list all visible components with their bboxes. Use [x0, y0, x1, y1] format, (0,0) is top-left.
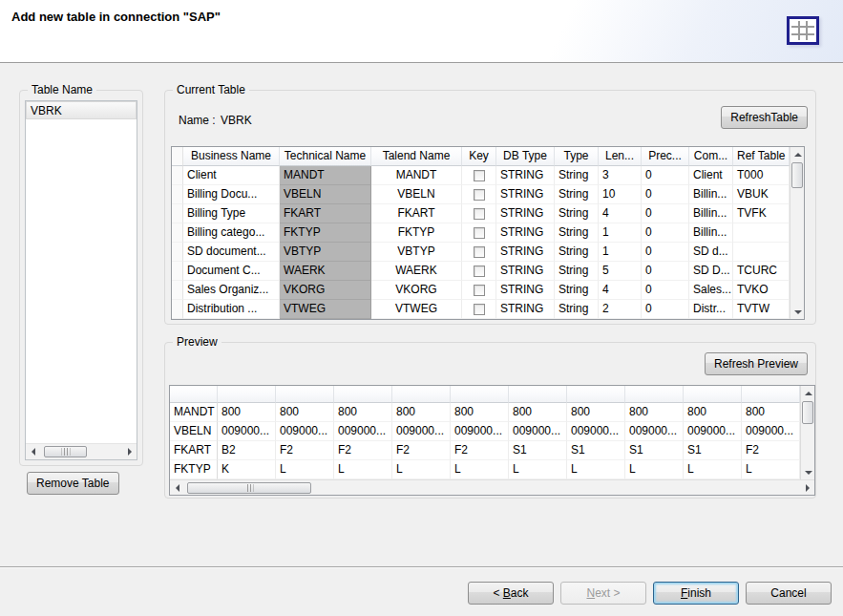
- row-selector[interactable]: [172, 204, 183, 223]
- scroll-right-button[interactable]: [122, 444, 137, 458]
- column-header[interactable]: Prec...: [642, 147, 689, 166]
- table-row[interactable]: Document C...WAERKWAERKSTRINGString50SD …: [172, 262, 790, 281]
- preview-column-header: [276, 386, 334, 403]
- row-selector[interactable]: [172, 300, 183, 319]
- cell-ref-table: [733, 243, 790, 262]
- column-header[interactable]: Talend Name: [371, 147, 462, 166]
- table-row[interactable]: SD document...VBTYPVBTYPSTRINGString10SD…: [172, 243, 790, 262]
- preview-cell: 800: [451, 403, 509, 422]
- scroll-right-button[interactable]: [800, 480, 814, 495]
- preview-cell: 800: [742, 403, 800, 422]
- preview-column-header: [509, 386, 567, 403]
- preview-cell: 800: [684, 403, 742, 422]
- preview-column-header: [334, 386, 392, 403]
- key-cell: [462, 185, 496, 204]
- key-checkbox[interactable]: [474, 246, 485, 258]
- cell-length: 5: [599, 262, 642, 281]
- preview-cell: B2: [218, 441, 276, 460]
- table-row[interactable]: Distribution ...VTWEGVTWEGSTRINGString20…: [172, 300, 790, 319]
- table-row[interactable]: Sales Organiz...VKORGVKORGSTRINGString40…: [172, 281, 790, 300]
- cell-business-name: Distribution ...: [183, 300, 280, 319]
- column-header[interactable]: Type: [555, 147, 599, 166]
- cell-ref-table: TCURC: [733, 262, 790, 281]
- table-row[interactable]: Billing Docu...VBELNVBELNSTRINGString100…: [172, 185, 790, 204]
- cell-precision: 0: [642, 243, 689, 262]
- scroll-left-button[interactable]: [26, 444, 40, 458]
- next-button: Next >: [560, 582, 646, 605]
- scroll-up-button[interactable]: [801, 386, 815, 400]
- refresh-preview-button[interactable]: Refresh Preview: [705, 352, 808, 375]
- cell-db-type: STRING: [496, 243, 555, 262]
- scroll-down-button[interactable]: [801, 465, 815, 479]
- table-name-item[interactable]: VBRK: [26, 101, 137, 119]
- key-checkbox[interactable]: [474, 285, 485, 296]
- cell-talend-name: MANDT: [371, 166, 462, 185]
- table-name-list-hscrollbar[interactable]: [26, 443, 137, 459]
- key-checkbox[interactable]: [474, 266, 485, 277]
- column-header[interactable]: Com...: [689, 147, 733, 166]
- key-checkbox[interactable]: [474, 189, 485, 201]
- scroll-down-button[interactable]: [790, 305, 805, 319]
- table-icon-grid: [791, 21, 814, 40]
- cell-comment: SD d...: [689, 243, 733, 262]
- refresh-table-button[interactable]: RefreshTable: [721, 106, 808, 129]
- table-row[interactable]: Billing TypeFKARTFKARTSTRINGString40Bill…: [172, 204, 790, 223]
- remove-table-button[interactable]: Remove Table: [27, 472, 119, 495]
- key-checkbox[interactable]: [474, 227, 485, 239]
- preview-cell: F2: [276, 441, 334, 460]
- finish-button[interactable]: Finish: [653, 582, 739, 605]
- row-selector[interactable]: [172, 166, 183, 185]
- cell-talend-name: FKTYP: [371, 223, 462, 243]
- table-row[interactable]: Billing catego...FKTYPFKTYPSTRINGString1…: [172, 223, 790, 243]
- preview-column-header: [392, 386, 451, 403]
- preview-field-name: VBELN: [170, 422, 218, 441]
- preview-cell: K: [218, 460, 276, 479]
- column-header[interactable]: Key: [462, 147, 496, 166]
- row-selector[interactable]: [172, 185, 183, 204]
- scrollbar-thumb[interactable]: [791, 162, 803, 188]
- key-checkbox[interactable]: [474, 170, 485, 181]
- scrollbar-thumb[interactable]: [44, 446, 87, 457]
- cell-technical-name: VKORG: [280, 281, 371, 300]
- footer-separator: [0, 566, 843, 568]
- back-button[interactable]: < Back: [468, 582, 554, 605]
- key-checkbox[interactable]: [474, 208, 485, 220]
- preview-cell: F2: [392, 441, 451, 460]
- preview-table-header: [170, 386, 800, 403]
- table-row[interactable]: ClientMANDTMANDTSTRINGString30ClientT000: [172, 166, 790, 185]
- cell-type: String: [555, 300, 599, 319]
- row-selector[interactable]: [172, 223, 183, 243]
- column-header[interactable]: Len...: [599, 147, 642, 166]
- scrollbar-thumb[interactable]: [187, 482, 311, 494]
- cell-length: 1: [599, 223, 642, 243]
- cell-precision: 0: [642, 204, 689, 223]
- column-header[interactable]: DB Type: [496, 147, 555, 166]
- scroll-up-button[interactable]: [790, 147, 805, 161]
- current-table-vscrollbar[interactable]: [790, 147, 804, 319]
- cell-talend-name: VTWEG: [371, 300, 462, 319]
- preview-table-body: MANDT800800800800800800800800800800VBELN…: [170, 403, 800, 479]
- preview-cell: S1: [625, 441, 684, 460]
- row-selector[interactable]: [172, 262, 183, 281]
- scrollbar-thumb[interactable]: [802, 401, 813, 424]
- cell-talend-name: WAERK: [371, 262, 462, 281]
- column-header[interactable]: Business Name: [183, 147, 280, 166]
- table-name-list[interactable]: VBRK: [25, 100, 137, 460]
- preview-cell: L: [276, 460, 334, 479]
- preview-hscrollbar[interactable]: [170, 479, 814, 495]
- preview-column-header: [170, 386, 218, 403]
- row-selector[interactable]: [172, 281, 183, 300]
- cancel-button[interactable]: Cancel: [746, 582, 832, 605]
- key-checkbox[interactable]: [474, 304, 485, 315]
- row-selector[interactable]: [172, 243, 183, 262]
- column-header[interactable]: Technical Name: [280, 147, 371, 166]
- scroll-left-button[interactable]: [170, 480, 184, 495]
- preview-row: MANDT800800800800800800800800800800: [170, 403, 800, 422]
- preview-cell: L: [742, 460, 800, 479]
- table-icon: [787, 16, 819, 45]
- cell-business-name: Client: [183, 166, 280, 185]
- key-cell: [462, 300, 496, 319]
- cell-type: String: [555, 243, 599, 262]
- column-header[interactable]: Ref Table: [733, 147, 790, 166]
- preview-vscrollbar[interactable]: [800, 386, 814, 479]
